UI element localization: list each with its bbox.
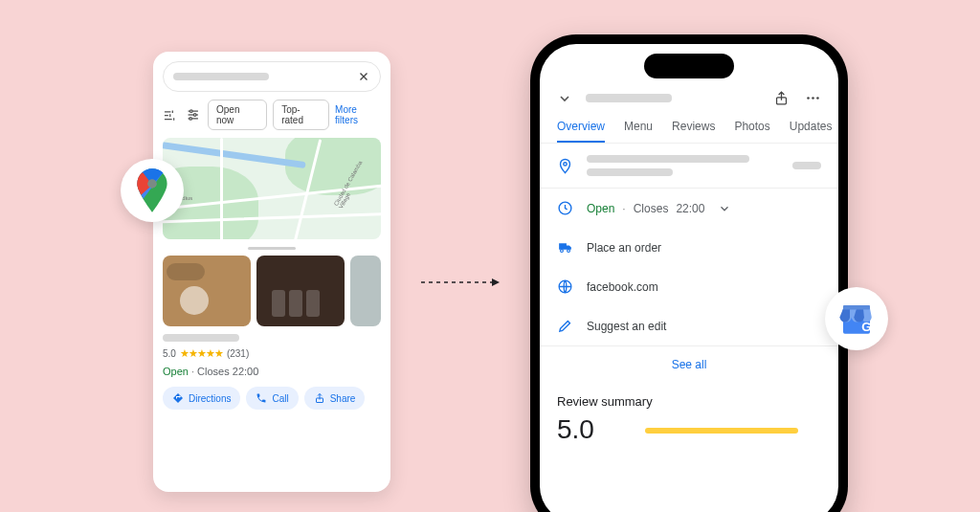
- truck-icon: [557, 239, 573, 256]
- chip-open-now[interactable]: Open now: [208, 100, 267, 130]
- search-placeholder: [173, 73, 269, 80]
- closing-time: Closes 22:00: [197, 366, 258, 377]
- clock-icon: [557, 200, 573, 216]
- tab-menu[interactable]: Menu: [624, 120, 653, 143]
- storefront-icon: G: [836, 299, 877, 339]
- tab-overview[interactable]: Overview: [557, 120, 605, 143]
- tab-updates[interactable]: Updates: [790, 120, 833, 143]
- review-summary-score: 5.0: [557, 414, 594, 445]
- rating-count: (231): [227, 348, 249, 359]
- review-summary: Review summary 5.0: [540, 383, 838, 445]
- dot: ·: [622, 202, 625, 215]
- share-icon: [314, 392, 325, 404]
- star-icons: ★★★★★: [180, 347, 223, 360]
- google-maps-badge: [121, 159, 184, 222]
- phone-icon: [256, 392, 267, 404]
- filter-chip-row: Open now Top-rated More filters: [163, 100, 381, 130]
- chip-top-rated[interactable]: Top-rated: [273, 100, 329, 130]
- sliders-icon[interactable]: [186, 107, 201, 122]
- directions-icon: [172, 392, 184, 404]
- distance-placeholder: [792, 162, 821, 169]
- chevron-down-icon[interactable]: [557, 91, 572, 106]
- svg-point-3: [189, 110, 192, 113]
- map-preview[interactable]: Claudius Ciudad de Calamba Village: [163, 138, 381, 239]
- svg-text:G: G: [861, 320, 871, 334]
- rating-score: 5.0: [163, 348, 176, 359]
- website-label: facebook.com: [587, 280, 658, 294]
- svg-point-4: [193, 114, 196, 117]
- svg-point-18: [561, 250, 564, 253]
- call-label: Call: [272, 393, 288, 404]
- hours-row[interactable]: Open · Closes 22:00: [540, 189, 838, 228]
- order-label: Place an order: [587, 241, 661, 255]
- review-summary-title: Review summary: [557, 394, 821, 409]
- photo-thumb[interactable]: [350, 256, 381, 326]
- directions-button[interactable]: Directions: [163, 387, 240, 410]
- svg-point-13: [807, 97, 810, 100]
- call-button[interactable]: Call: [246, 387, 298, 410]
- search-bar[interactable]: [163, 61, 381, 92]
- share-icon[interactable]: [773, 90, 790, 106]
- dynamic-island: [644, 54, 734, 78]
- address-line-placeholder: [587, 168, 673, 176]
- tab-reviews[interactable]: Reviews: [672, 120, 715, 143]
- listing-title-placeholder: [586, 94, 672, 102]
- open-status: Open: [163, 366, 189, 377]
- chevron-down-icon: [718, 202, 731, 215]
- svg-point-5: [189, 118, 191, 121]
- closes-time: 22:00: [676, 202, 704, 215]
- suggest-edit-label: Suggest an edit: [587, 320, 666, 333]
- see-all-link[interactable]: See all: [540, 345, 838, 383]
- hours-row: Open · Closes 22:00: [163, 366, 381, 377]
- share-button[interactable]: Share: [304, 387, 366, 410]
- share-label: Share: [330, 393, 356, 404]
- directions-label: Directions: [189, 393, 231, 404]
- maps-search-card: Open now Top-rated More filters Claudius…: [153, 52, 390, 492]
- svg-point-19: [568, 250, 570, 253]
- phone-frame: Overview Menu Reviews Photos Updates Ope…: [530, 34, 848, 512]
- more-filters-link[interactable]: More filters: [335, 104, 381, 125]
- place-name-placeholder: [163, 334, 239, 342]
- kebab-icon[interactable]: [805, 90, 821, 106]
- maps-pin-icon: [136, 168, 168, 212]
- drag-handle[interactable]: [248, 247, 296, 250]
- svg-point-15: [816, 97, 819, 100]
- svg-point-14: [812, 97, 814, 100]
- closes-label: Closes: [634, 202, 669, 215]
- svg-point-10: [147, 179, 156, 188]
- phone-screen: Overview Menu Reviews Photos Updates Ope…: [540, 44, 838, 512]
- pencil-icon: [557, 318, 573, 334]
- globe-icon: [557, 278, 573, 295]
- rating-bar: [645, 428, 798, 434]
- order-row[interactable]: Place an order: [540, 228, 838, 267]
- google-business-badge: G: [825, 287, 888, 350]
- address-line-placeholder: [587, 155, 749, 163]
- suggest-edit-row[interactable]: Suggest an edit: [540, 306, 838, 345]
- dot: ·: [191, 366, 194, 377]
- address-row[interactable]: [540, 144, 838, 189]
- photo-thumb[interactable]: [256, 256, 345, 326]
- svg-point-16: [564, 162, 567, 165]
- close-icon[interactable]: [357, 70, 370, 83]
- photo-thumb[interactable]: [163, 256, 251, 326]
- photo-row: [163, 256, 381, 326]
- website-row[interactable]: facebook.com: [540, 267, 838, 306]
- listing-header: [540, 86, 838, 112]
- arrow-icon: [421, 278, 501, 287]
- rating-row: 5.0 ★★★★★ (231): [163, 347, 381, 360]
- listing-tabs: Overview Menu Reviews Photos Updates: [540, 112, 838, 144]
- tab-photos[interactable]: Photos: [734, 120, 769, 143]
- pin-icon: [557, 158, 573, 174]
- action-row: Directions Call Share: [163, 387, 381, 410]
- svg-rect-22: [843, 305, 870, 309]
- open-status: Open: [587, 202, 614, 215]
